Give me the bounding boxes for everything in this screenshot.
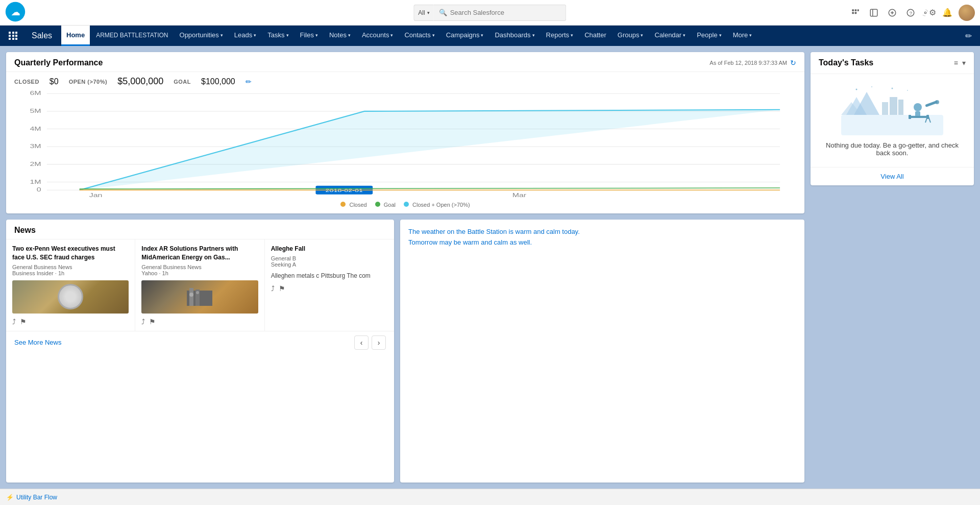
app-navigation: Sales Home ARMED BATTLESTATION Opportuni… [0, 26, 980, 46]
settings-icon[interactable]: ⚙ [922, 6, 936, 20]
utility-bar-icon: ⚡ [6, 494, 14, 501]
news-title-2[interactable]: Index AR Solutions Partners with MidAmer… [141, 245, 258, 262]
share-icon-2[interactable]: ⤴ [141, 318, 145, 326]
legend-goal: Goal [375, 202, 396, 208]
tasks-dropdown-icon[interactable]: ▾ [962, 59, 966, 67]
flag-icon-2[interactable]: ⚑ [149, 318, 156, 326]
svg-point-14 [924, 12, 926, 14]
nav-item-calendar[interactable]: Calendar ▾ [649, 26, 691, 46]
search-input[interactable] [450, 9, 561, 16]
nav-item-opportunities[interactable]: Opportunities ▾ [175, 26, 228, 46]
tasks-card: Today's Tasks ≡ ▾ [811, 52, 974, 185]
svg-rect-43 [890, 97, 897, 115]
battle-station-line1: The weather on the Battle Station is war… [408, 228, 796, 235]
chart-legend: Closed Goal Closed + Open (>70%) [14, 200, 796, 208]
nav-item-more[interactable]: More ▾ [728, 26, 757, 46]
nav-item-armed[interactable]: ARMED BATTLESTATION [91, 26, 173, 46]
closed-open-legend-dot [404, 202, 409, 207]
news-grid: Two ex-Penn West executives must face U.… [6, 239, 394, 331]
refresh-icon[interactable]: ↻ [790, 59, 796, 67]
nav-item-notes[interactable]: Notes ▾ [324, 26, 356, 46]
legend-closed: Closed [340, 202, 366, 208]
share-icon-1[interactable]: ⤴ [12, 318, 16, 326]
left-panel: Quarterly Performance As of Feb 12, 2018… [6, 52, 804, 483]
tasks-view-all-link[interactable]: View All [880, 173, 903, 180]
goal-label: GOAL [174, 79, 191, 85]
svg-rect-48 [909, 115, 911, 119]
quarterly-performance-card: Quarterly Performance As of Feb 12, 2018… [6, 52, 804, 213]
nav-item-people[interactable]: People ▾ [692, 26, 726, 46]
news-title-3[interactable]: Alleghe Fall [271, 245, 388, 253]
history-icon[interactable] [848, 6, 863, 20]
nav-item-dashboards[interactable]: Dashboards ▾ [489, 26, 540, 46]
accounts-chevron: ▾ [390, 33, 393, 38]
svg-text:5M: 5M [30, 108, 41, 114]
top-navigation: ☁ All ▾ 🔍 ? ⚙ 🔔 [0, 0, 980, 26]
nav-item-contacts[interactable]: Contacts ▾ [399, 26, 439, 46]
goal-edit-icon[interactable]: ✏ [246, 78, 252, 86]
tasks-title: Today's Tasks [819, 58, 873, 67]
search-input-wrap[interactable]: 🔍 [434, 5, 567, 21]
nav-item-reports[interactable]: Reports ▾ [541, 26, 579, 46]
files-chevron: ▾ [315, 33, 318, 38]
svg-rect-34 [189, 288, 193, 306]
svg-rect-47 [910, 116, 928, 118]
qp-title: Quarterly Performance [14, 58, 103, 67]
see-more-news-link[interactable]: See More News [14, 339, 61, 346]
news-image-2 [141, 280, 258, 314]
nav-item-accounts[interactable]: Accounts ▾ [357, 26, 398, 46]
news-prev-button[interactable]: ‹ [354, 335, 369, 350]
news-source-1: General Business News Business Insider ·… [12, 264, 129, 276]
svg-rect-42 [882, 102, 888, 115]
share-icon-3[interactable]: ⤴ [271, 284, 275, 293]
reports-chevron: ▾ [571, 33, 573, 38]
groups-chevron: ▾ [641, 33, 643, 38]
news-source-2: General Business News Yahoo · 1h [141, 264, 258, 276]
utility-bar: ⚡ Utility Bar Flow [0, 489, 980, 505]
flag-icon-1[interactable]: ⚑ [20, 318, 27, 326]
nav-edit-icon[interactable]: ✏ [961, 31, 976, 41]
svg-text:4M: 4M [30, 126, 41, 132]
user-avatar[interactable] [959, 5, 975, 21]
open-value: $5,000,000 [117, 76, 163, 87]
opportunities-chevron: ▾ [220, 33, 223, 38]
nav-item-home[interactable]: Home [61, 26, 90, 46]
closed-legend-dot [340, 202, 346, 207]
bookmark-icon[interactable] [867, 6, 881, 20]
help-icon[interactable]: ? [903, 6, 918, 20]
right-panel: Today's Tasks ≡ ▾ [811, 52, 974, 483]
news-footer: See More News ‹ › [6, 331, 394, 354]
news-source-3: General B Seeking A [271, 255, 388, 268]
search-filter-chevron: ▾ [427, 10, 430, 15]
salesforce-logo[interactable]: ☁ [5, 2, 26, 23]
svg-rect-2 [852, 9, 854, 11]
svg-point-45 [914, 103, 922, 111]
search-filter-dropdown[interactable]: All ▾ [413, 5, 433, 21]
svg-rect-6 [855, 12, 857, 14]
news-item-2: Index AR Solutions Partners with MidAmer… [135, 239, 264, 331]
svg-text:2M: 2M [30, 161, 41, 167]
search-filter-label: All [418, 9, 425, 16]
nav-item-tasks[interactable]: Tasks ▾ [262, 26, 293, 46]
notifications-icon[interactable]: 🔔 [940, 6, 954, 20]
closed-label: CLOSED [14, 79, 39, 85]
app-launcher-icon[interactable] [4, 27, 22, 45]
news-excerpt-3: Alleghen metals c Pittsburg The com [271, 272, 388, 280]
news-actions-1: ⤴ ⚑ [12, 318, 129, 326]
tasks-filter-icon[interactable]: ≡ [954, 59, 958, 67]
nav-item-chatter[interactable]: Chatter [579, 26, 611, 46]
nav-item-files[interactable]: Files ▾ [295, 26, 323, 46]
add-icon[interactable] [885, 6, 899, 20]
news-next-button[interactable]: › [372, 335, 386, 350]
nav-item-groups[interactable]: Groups ▾ [612, 26, 649, 46]
nav-item-campaigns[interactable]: Campaigns ▾ [441, 26, 489, 46]
nav-item-leads[interactable]: Leads ▾ [229, 26, 261, 46]
battle-station-card: The weather on the Battle Station is war… [400, 220, 804, 483]
flag-icon-3[interactable]: ⚑ [279, 284, 285, 293]
news-title-1[interactable]: Two ex-Penn West executives must face U.… [12, 245, 129, 262]
people-chevron: ▾ [719, 33, 722, 38]
battle-station-line2: Tomorrow may be warm and calm as well. [408, 238, 796, 246]
main-content: Quarterly Performance As of Feb 12, 2018… [0, 46, 980, 489]
leads-chevron: ▾ [254, 33, 256, 38]
utility-bar-flow[interactable]: ⚡ Utility Bar Flow [6, 494, 57, 501]
